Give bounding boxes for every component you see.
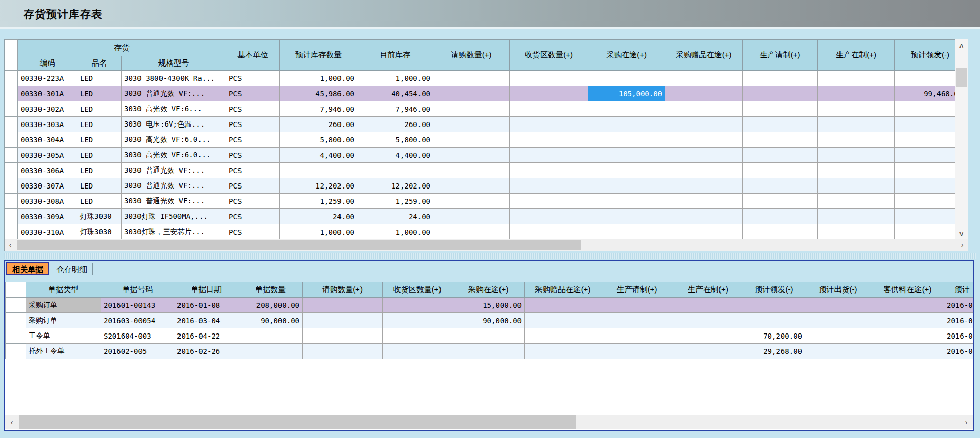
cell[interactable]	[665, 132, 743, 148]
cell[interactable]	[665, 163, 743, 178]
row-indicator[interactable]	[5, 178, 18, 194]
cell[interactable]	[665, 178, 743, 194]
column-header[interactable]: 收货区数量(+)	[510, 40, 588, 71]
cell[interactable]: 1,259.00	[280, 194, 357, 209]
cell[interactable]: 采购订单	[26, 298, 101, 313]
cell[interactable]: 00330-307A	[18, 178, 77, 194]
column-header[interactable]: 基本单位	[226, 40, 280, 71]
cell[interactable]	[383, 328, 452, 344]
cell[interactable]	[743, 71, 818, 86]
cell[interactable]	[895, 148, 955, 163]
cell[interactable]: 灯珠3030	[77, 209, 122, 224]
cell[interactable]	[433, 117, 510, 132]
cell[interactable]	[818, 209, 895, 224]
scroll-up-icon[interactable]: ∧	[955, 39, 968, 51]
table-row[interactable]: 00330-305ALED3030 高光效 VF:6.0...PCS4,400.…	[5, 148, 955, 163]
row-indicator[interactable]	[5, 71, 18, 86]
column-header[interactable]: 采购赠品在途(+)	[665, 40, 743, 71]
cell[interactable]: LED	[77, 148, 122, 163]
cell[interactable]	[588, 163, 665, 178]
cell[interactable]	[588, 224, 665, 240]
cell[interactable]	[818, 86, 895, 101]
cell[interactable]	[433, 86, 510, 101]
cell[interactable]	[895, 71, 955, 86]
cell[interactable]	[525, 344, 601, 359]
cell[interactable]	[673, 328, 743, 344]
table-row[interactable]: 采购订单201603-000542016-03-0490,000.0090,00…	[6, 313, 973, 328]
cell[interactable]: 采购订单	[26, 313, 101, 328]
column-header[interactable]: 编码	[18, 56, 77, 71]
column-header[interactable]: 生产在制(+)	[818, 40, 895, 71]
cell[interactable]	[525, 298, 601, 313]
cell[interactable]	[510, 209, 588, 224]
cell[interactable]	[805, 298, 871, 313]
cell[interactable]	[818, 71, 895, 86]
cell[interactable]	[673, 313, 743, 328]
cell[interactable]	[743, 194, 818, 209]
cell[interactable]	[665, 148, 743, 163]
row-indicator[interactable]	[5, 148, 18, 163]
cell[interactable]: 24.00	[280, 209, 357, 224]
cell[interactable]: 90,000.00	[452, 313, 525, 328]
column-header[interactable]: 品名	[77, 56, 122, 71]
cell[interactable]: 2016-0	[944, 344, 973, 359]
cell[interactable]: 45,986.00	[280, 86, 357, 101]
cell[interactable]	[673, 298, 743, 313]
cell[interactable]	[895, 178, 955, 194]
column-header[interactable]: 规格型号	[122, 56, 226, 71]
cell[interactable]: 托外工令单	[26, 344, 101, 359]
cell[interactable]	[743, 101, 818, 117]
cell[interactable]	[433, 71, 510, 86]
cell[interactable]: LED	[77, 86, 122, 101]
column-header[interactable]: 生产请制(+)	[601, 282, 673, 298]
cell[interactable]: LED	[77, 71, 122, 86]
cell[interactable]	[665, 117, 743, 132]
table-row[interactable]: 00330-308ALED3030 普通光效 VF:...PCS1,259.00…	[5, 194, 955, 209]
cell[interactable]	[743, 163, 818, 178]
vertical-scroll-thumb[interactable]	[956, 68, 967, 87]
row-indicator[interactable]	[6, 313, 26, 328]
cell[interactable]	[433, 148, 510, 163]
cell[interactable]: PCS	[226, 163, 280, 178]
cell[interactable]	[805, 344, 871, 359]
cell[interactable]: 3030 普通光效 VF:...	[122, 86, 226, 101]
cell[interactable]	[871, 298, 944, 313]
cell[interactable]: 1,000.00	[357, 71, 433, 86]
cell[interactable]	[743, 132, 818, 148]
row-indicator[interactable]	[5, 209, 18, 224]
cell[interactable]	[303, 328, 383, 344]
row-indicator[interactable]	[6, 298, 26, 313]
cell[interactable]	[588, 194, 665, 209]
cell[interactable]	[510, 163, 588, 178]
column-header[interactable]: 目前库存	[357, 40, 433, 71]
cell[interactable]: 00330-310A	[18, 224, 77, 240]
cell[interactable]: 3030 普通光效 VF:...	[122, 163, 226, 178]
cell[interactable]: 3030 电压:6V;色温...	[122, 117, 226, 132]
cell[interactable]: 3030 高光效 VF:6.0...	[122, 132, 226, 148]
top-table-horizontal-scrollbar[interactable]: ‹ ›	[5, 239, 968, 251]
cell[interactable]	[818, 117, 895, 132]
cell[interactable]: 工令单	[26, 328, 101, 344]
column-header[interactable]: 单据号码	[101, 282, 174, 298]
column-header[interactable]: 存货	[18, 40, 226, 56]
cell[interactable]	[665, 194, 743, 209]
cell[interactable]: 3030 高光效 VF:6...	[122, 101, 226, 117]
cell[interactable]	[895, 117, 955, 132]
cell[interactable]	[818, 178, 895, 194]
cell[interactable]: 3030 普通光效 VF:...	[122, 194, 226, 209]
cell[interactable]	[452, 344, 525, 359]
column-header[interactable]: 预计领发(-)	[895, 40, 955, 71]
cell[interactable]	[588, 71, 665, 86]
bottom-table-horizontal-scrollbar[interactable]: ‹ ›	[5, 415, 973, 429]
cell[interactable]: 7,946.00	[357, 101, 433, 117]
cell[interactable]: PCS	[226, 224, 280, 240]
cell[interactable]: 2016-0	[944, 313, 973, 328]
cell[interactable]: 00330-305A	[18, 148, 77, 163]
cell[interactable]	[433, 224, 510, 240]
column-header[interactable]: 采购赠品在途(+)	[525, 282, 601, 298]
cell[interactable]: 4,400.00	[280, 148, 357, 163]
cell[interactable]: 灯珠3030	[77, 224, 122, 240]
cell[interactable]: 12,202.00	[357, 178, 433, 194]
cell[interactable]: 2016-0	[944, 328, 973, 344]
column-header[interactable]: 单据类型	[26, 282, 101, 298]
